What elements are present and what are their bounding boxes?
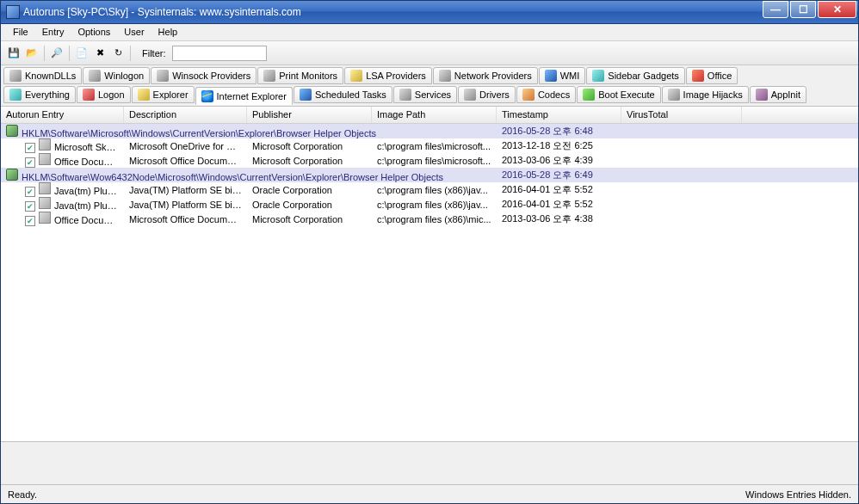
close-button[interactable]: ✕ [818, 1, 856, 18]
tab-icon [300, 89, 312, 101]
registry-group-row[interactable]: HKLM\Software\Microsoft\Windows\CurrentV… [1, 124, 858, 138]
registry-icon [6, 169, 18, 181]
status-right: Windows Entries Hidden. [745, 489, 851, 500]
cell-image-path: c:\program files (x86)\jav... [372, 199, 497, 211]
tab-label: Winsock Providers [172, 71, 250, 81]
list-item[interactable]: ✔Office Docume...Microsoft Office Docume… [1, 212, 858, 226]
tab-icon [692, 70, 704, 82]
tab-label: Scheduled Tasks [315, 89, 386, 100]
open-icon[interactable]: 📂 [24, 46, 40, 61]
tab-icon [399, 89, 411, 101]
tab-label: WMI [560, 71, 580, 81]
app-icon [6, 5, 20, 19]
save-icon[interactable]: 💾 [6, 46, 22, 61]
details-panel [1, 441, 858, 484]
col-publisher[interactable]: Publisher [247, 107, 372, 123]
col-timestamp[interactable]: Timestamp [497, 107, 621, 123]
cell-image-path: c:\program files\microsoft... [372, 155, 497, 167]
tab-icon [138, 89, 150, 101]
listview[interactable]: Autorun Entry Description Publisher Imag… [1, 107, 858, 441]
menu-user[interactable]: User [117, 24, 151, 40]
tab-label: Logon [98, 89, 125, 100]
list-item[interactable]: ✔Java(tm) Plug-I...Java(TM) Platform SE … [1, 182, 858, 197]
tab-bootexecute[interactable]: Boot Execute [577, 86, 660, 103]
tab-label: LSA Providers [366, 71, 426, 81]
tab-services[interactable]: Services [393, 86, 457, 103]
tab-lsaproviders[interactable]: LSA Providers [344, 67, 432, 84]
enable-checkbox[interactable]: ✔ [25, 216, 35, 226]
tab-icon [83, 89, 95, 101]
filter-input[interactable] [172, 46, 267, 61]
cell-timestamp: 2013-12-18 오전 6:25 [497, 138, 621, 153]
tab-knowndlls[interactable]: KnownDLLs [3, 67, 82, 84]
cell-description: Microsoft OneDrive for Busi... [124, 140, 247, 152]
delete-icon[interactable]: ✖ [92, 46, 108, 61]
menu-options[interactable]: Options [71, 24, 117, 40]
tab-winsock[interactable]: Winsock Providers [151, 67, 256, 84]
tab-internetexplorer[interactable]: Internet Explorer [195, 87, 293, 105]
cell-publisher: Microsoft Corporation [247, 140, 372, 152]
tab-icon [522, 89, 535, 101]
entry-icon [39, 138, 51, 151]
tab-icon [583, 89, 595, 101]
tab-everything[interactable]: Everything [3, 86, 76, 103]
col-image-path[interactable]: Image Path [372, 107, 497, 123]
tab-label: KnownDLLs [25, 71, 76, 81]
cell-publisher: Microsoft Corporation [247, 213, 372, 225]
cell-virustotal [621, 204, 742, 206]
maximize-button[interactable]: ☐ [790, 1, 816, 18]
tab-icon [439, 70, 451, 82]
statusbar: Ready. Windows Entries Hidden. [1, 484, 858, 503]
tab-codecs[interactable]: Codecs [516, 86, 576, 103]
refresh-icon[interactable]: ↻ [110, 46, 126, 61]
tab-drivers[interactable]: Drivers [458, 86, 516, 103]
titlebar[interactable]: Autoruns [Sky-PC\Sky] - Sysinternals: ww… [1, 1, 858, 24]
entry-icon [39, 212, 51, 224]
cell-description: Java(TM) Platform SE binary [124, 184, 247, 196]
app-window: Autoruns [Sky-PC\Sky] - Sysinternals: ww… [0, 0, 859, 504]
tab-label: Office [708, 71, 732, 81]
tab-icon [756, 89, 768, 101]
tab-printmonitors[interactable]: Print Monitors [257, 67, 343, 84]
list-item[interactable]: ✔Office Docume...Microsoft Office Docume… [1, 153, 858, 168]
toolbar-separator [44, 46, 45, 61]
jump-icon[interactable]: 📄 [74, 46, 90, 61]
cell-image-path: c:\program files (x86)\mic... [372, 213, 497, 225]
enable-checkbox[interactable]: ✔ [25, 157, 35, 168]
tab-sidebargadgets[interactable]: Sidebar Gadgets [586, 67, 685, 84]
list-item[interactable]: ✔Java(tm) Plug-I...Java(TM) Platform SE … [1, 197, 858, 212]
cell-entry: ✔Office Docume... [1, 152, 124, 169]
tab-label: Services [415, 89, 451, 100]
cell-timestamp: 2016-04-01 오후 5:52 [497, 182, 621, 197]
entry-icon [39, 153, 51, 165]
cell-image-path: c:\program files\microsoft... [372, 140, 497, 152]
col-virustotal[interactable]: VirusTotal [621, 107, 742, 123]
tab-networkproviders[interactable]: Network Providers [433, 67, 538, 84]
col-autorun-entry[interactable]: Autorun Entry [1, 107, 124, 123]
cell-description: Microsoft Office Document ... [124, 213, 247, 225]
window-title: Autoruns [Sky-PC\Sky] - Sysinternals: ww… [23, 6, 763, 18]
tab-appinit[interactable]: AppInit [750, 86, 806, 103]
registry-group-row[interactable]: HKLM\Software\Wow6432Node\Microsoft\Wind… [1, 168, 858, 182]
find-icon[interactable]: 🔎 [49, 46, 65, 61]
registry-icon [6, 125, 18, 137]
col-description[interactable]: Description [124, 107, 247, 123]
group-timestamp: 2016-05-28 오후 6:48 [497, 124, 621, 138]
list-item[interactable]: ✔Microsoft SkyD...Microsoft OneDrive for… [1, 138, 858, 153]
tab-explorer[interactable]: Explorer [132, 86, 195, 103]
tab-imagehijacks[interactable]: Image Hijacks [662, 86, 749, 103]
toolbar-separator [69, 46, 70, 61]
tab-scheduledtasks[interactable]: Scheduled Tasks [294, 86, 392, 103]
menu-file[interactable]: File [6, 24, 35, 40]
tab-icon [545, 70, 557, 82]
cell-virustotal [621, 145, 742, 147]
tab-icon [464, 89, 476, 101]
tab-winlogon[interactable]: Winlogon [83, 67, 150, 84]
tab-logon[interactable]: Logon [77, 86, 131, 103]
tab-office[interactable]: Office [686, 67, 738, 84]
menu-entry[interactable]: Entry [35, 24, 71, 40]
minimize-button[interactable]: — [763, 1, 788, 18]
menu-help[interactable]: Help [151, 24, 185, 40]
tab-wmi[interactable]: WMI [539, 67, 586, 84]
cell-publisher: Microsoft Corporation [247, 155, 372, 167]
